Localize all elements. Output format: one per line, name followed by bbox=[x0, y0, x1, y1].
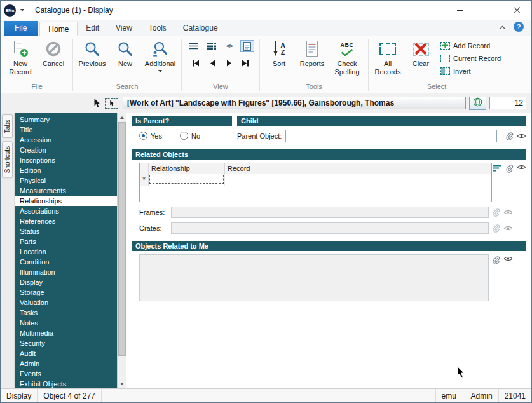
vertical-tab-tabs[interactable]: Tabs bbox=[2, 114, 13, 138]
maximize-button[interactable] bbox=[474, 1, 503, 20]
close-button[interactable] bbox=[503, 1, 531, 20]
tab-home[interactable]: Home bbox=[39, 22, 78, 36]
chevron-down-icon bbox=[20, 9, 24, 11]
close-icon bbox=[514, 6, 521, 14]
globe-button[interactable] bbox=[469, 97, 486, 110]
invert-selection-icon bbox=[440, 67, 450, 75]
minimize-button[interactable] bbox=[446, 1, 474, 20]
add-record-button[interactable]: Add Record bbox=[440, 40, 501, 51]
sidebar-item-events[interactable]: Events bbox=[15, 369, 117, 379]
search-previous-icon bbox=[84, 39, 100, 58]
ribbon-right-controls: ? bbox=[499, 21, 531, 36]
sidebar-item-notes[interactable]: Notes bbox=[15, 318, 117, 328]
sidebar-item-summary[interactable]: Summary bbox=[15, 114, 117, 125]
tab-file[interactable]: File bbox=[4, 21, 38, 36]
sidebar-item-references[interactable]: References bbox=[15, 216, 117, 226]
list-view-icon[interactable] bbox=[187, 40, 201, 52]
sidebar-item-edition[interactable]: Edition bbox=[15, 165, 117, 175]
sidebar-item-parts[interactable]: Parts bbox=[15, 236, 117, 247]
sidebar-item-storage[interactable]: Storage bbox=[15, 287, 117, 297]
radio-unchecked-icon bbox=[180, 132, 188, 140]
sidebar-item-location[interactable]: Location bbox=[15, 247, 117, 257]
code-view-icon[interactable]: </> bbox=[222, 40, 236, 52]
current-record-label: Current Record bbox=[453, 55, 501, 62]
app-icon[interactable]: EMu bbox=[4, 4, 16, 17]
sidebar-item-measurements[interactable]: Measurements bbox=[15, 186, 117, 196]
sidebar-item-security[interactable]: Security bbox=[15, 338, 117, 348]
tab-edit[interactable]: Edit bbox=[78, 21, 107, 36]
sidebar-item-creation[interactable]: Creation bbox=[15, 145, 117, 155]
sidebar-item-title[interactable]: Title bbox=[15, 125, 117, 135]
view-record-icon[interactable] bbox=[517, 133, 526, 139]
invert-selection-button[interactable]: Invert bbox=[440, 65, 501, 76]
all-records-button[interactable]: All Records bbox=[371, 37, 404, 76]
next-record-icon[interactable] bbox=[222, 58, 235, 68]
sidebar-scrollbar[interactable] bbox=[117, 113, 126, 388]
reports-button[interactable]: Reports bbox=[296, 37, 329, 68]
status-mode: Display bbox=[1, 389, 38, 402]
sidebar-item-multimedia[interactable]: Multimedia bbox=[15, 328, 117, 338]
grid-properties-icon[interactable] bbox=[493, 164, 502, 172]
new-record-button[interactable]: New Record bbox=[4, 37, 37, 76]
view-record-icon[interactable] bbox=[503, 256, 513, 262]
sidebar-item-audit[interactable]: Audit bbox=[15, 348, 117, 359]
select-pointer-icon[interactable] bbox=[93, 98, 100, 108]
search-previous-button[interactable]: Previous bbox=[76, 37, 109, 68]
sidebar-item-display[interactable]: Display bbox=[15, 277, 117, 287]
detail-view-icon[interactable] bbox=[240, 40, 254, 52]
clear-selection-button[interactable]: Clear bbox=[404, 37, 437, 68]
tab-tools[interactable]: Tools bbox=[140, 21, 175, 36]
related-objects-table: Relationship Record * bbox=[139, 163, 492, 202]
attach-icon[interactable] bbox=[505, 132, 514, 140]
is-parent-yes-radio[interactable]: Yes bbox=[139, 132, 162, 140]
cancel-button[interactable]: Cancel bbox=[37, 37, 70, 68]
tab-catalogue[interactable]: Catalogue bbox=[175, 21, 226, 36]
vertical-tab-shortcuts[interactable]: Shortcuts bbox=[2, 141, 13, 178]
attach-icon-disabled bbox=[492, 208, 500, 217]
sidebar-item-valuation[interactable]: Valuation bbox=[15, 297, 117, 308]
attach-icon[interactable] bbox=[492, 256, 500, 264]
table-row[interactable]: * bbox=[140, 174, 491, 186]
tab-view[interactable]: View bbox=[107, 21, 140, 36]
sidebar-item-accession[interactable]: Accession bbox=[15, 135, 117, 145]
scrollbar-track[interactable] bbox=[118, 122, 126, 379]
first-record-icon[interactable] bbox=[189, 58, 202, 68]
check-spelling-button[interactable]: ABC Check Spelling bbox=[329, 37, 365, 76]
scroll-down-icon[interactable] bbox=[118, 379, 126, 388]
last-record-icon[interactable] bbox=[239, 58, 252, 68]
select-small-buttons: Add Record Current Record Invert bbox=[437, 37, 502, 76]
sidebar-item-tasks[interactable]: Tasks bbox=[15, 308, 117, 318]
sidebar-item-status[interactable]: Status bbox=[15, 226, 117, 236]
scrollbar-thumb[interactable] bbox=[118, 122, 126, 356]
view-record-icon[interactable] bbox=[517, 164, 526, 170]
collapse-ribbon-icon[interactable] bbox=[499, 21, 506, 32]
current-record-button[interactable]: Current Record bbox=[440, 53, 501, 64]
relationship-cell[interactable] bbox=[149, 174, 225, 186]
sort-button[interactable]: AZ Sort bbox=[263, 37, 296, 68]
record-cell[interactable] bbox=[225, 174, 491, 186]
quick-access-dropdown[interactable] bbox=[20, 9, 24, 11]
view-record-icon-disabled bbox=[503, 209, 513, 215]
sidebar-item-illumination[interactable]: Illumination bbox=[15, 267, 117, 277]
crates-input bbox=[171, 222, 489, 234]
sidebar-item-condition[interactable]: Condition bbox=[15, 257, 117, 267]
grid-view-icon[interactable] bbox=[205, 40, 219, 52]
status-bar: Display Object 4 of 277 emu Admin 21041 bbox=[1, 388, 531, 402]
reports-label: Reports bbox=[300, 60, 325, 68]
attach-icon[interactable] bbox=[505, 164, 514, 173]
sidebar-item-exhibit-objects[interactable]: Exhibit Objects bbox=[15, 379, 117, 388]
sidebar-item-inscriptions[interactable]: Inscriptions bbox=[15, 155, 117, 165]
is-parent-no-radio[interactable]: No bbox=[180, 132, 200, 140]
help-icon[interactable]: ? bbox=[514, 22, 524, 32]
search-new-button[interactable]: New bbox=[109, 37, 142, 68]
sidebar-item-admin[interactable]: Admin bbox=[15, 359, 117, 369]
search-additional-button[interactable]: Additional bbox=[142, 37, 179, 72]
parent-object-input[interactable] bbox=[285, 130, 497, 142]
sidebar-item-relationships[interactable]: Relationships bbox=[15, 196, 117, 206]
status-record-position: Object 4 of 277 bbox=[38, 389, 101, 402]
select-record-marquee-icon[interactable] bbox=[105, 98, 118, 109]
scroll-up-icon[interactable] bbox=[118, 113, 126, 122]
sidebar-item-associations[interactable]: Associations bbox=[15, 206, 117, 216]
sidebar-item-physical[interactable]: Physical bbox=[15, 175, 117, 186]
previous-record-icon[interactable] bbox=[206, 58, 219, 68]
